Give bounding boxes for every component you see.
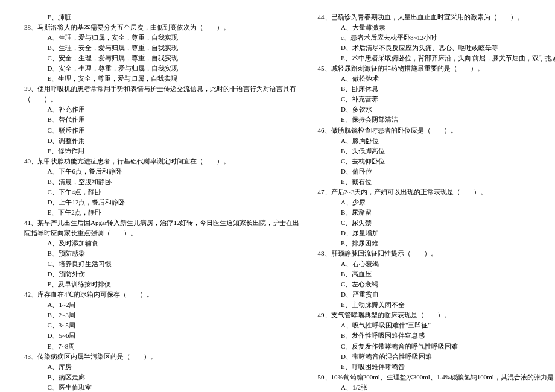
q48-opt-c: C、左心衰竭 [318,279,556,289]
q40-stem: 40、某甲状腺功能亢进症患者，行基础代谢率测定时间宜在（ ）。 [24,156,300,166]
q45-opt-d: D、多饮水 [318,104,556,115]
q49-opt-b: B、发作性呼吸困难伴窒息感 [318,330,556,341]
q48-opt-b: B、高血压 [318,269,556,279]
q41-opt-d: D、预防外伤 [24,269,300,279]
q43-stem: 43、传染病病区内属半污染区的是（ ）。 [24,352,300,362]
q44-opt-c: c、患者术后应去枕平卧8~12小时 [318,33,556,43]
q39-opt-d: D、调整作用 [24,136,300,146]
q46-stem: 46、做膀胱镜检查时患者的卧位应是（ ）。 [318,125,556,136]
q41-opt-b: B、预防感染 [24,248,300,259]
q42-opt-e: E、7~8周 [24,341,300,352]
q47-stem: 47、产后2~3天内，产妇可以出现的正常表现是（ ）。 [318,187,556,197]
q44-opt-a: A、大量雌激素 [318,22,556,33]
q39-opt-a: A、补充作用 [24,104,300,115]
q46-opt-b: B、头低脚高位 [318,146,556,156]
q42-opt-a: A、1~2周 [24,300,300,310]
q38-opt-c: C、安全，生理，爱与归属，尊重，自我实现 [24,53,300,63]
q50-opt-a: A、1/2张 [318,382,556,392]
q38-opt-d: D、安全，生理，尊重，爱与归属，自我实现 [24,63,300,74]
q40-opt-b: B、清晨，空腹和静卧 [24,177,300,187]
q49-opt-a: A、吸气性呼吸困难伴"三凹征" [318,320,556,330]
q41-opt-a: A、及时添加辅食 [24,238,300,248]
q41-stem1: 41、某早产儿出生后因Apgar转入新生儿病房，治疗12好转，今日医生通知家长出… [24,218,300,228]
left-column: E、肺脏 38、马斯洛将人的基本需要分为五个层次，由低到高依次为（ ）。 A、生… [24,12,300,392]
q46-opt-d: D、俯卧位 [318,166,556,177]
q39-opt-b: B、替代作用 [24,115,300,125]
q38-opt-b: B、生理，安全，爱与归属，尊重，自我实现 [24,43,300,53]
q45-opt-e: E、保持会阴部清洁 [318,115,556,125]
q44-opt-d: D、术后清尽不良反应应为头痛、恶心、呕吐或眩晕等 [318,43,556,53]
q47-opt-b: B、尿潴留 [318,207,556,218]
q46-opt-c: C、去枕仰卧位 [318,156,556,166]
q41-opt-e: E、及早训练按时排便 [24,279,300,289]
q41-stem2: 院指导时应向家长重点强调（ ）。 [24,228,300,238]
q49-opt-d: D、带哮鸣音的混合性呼吸困难 [318,352,556,362]
q48-opt-d: D、严重贫血 [318,289,556,300]
q40-opt-c: C、下午4点，静卧 [24,187,300,197]
q39-stem2: （ ）。 [24,94,300,104]
q39-opt-e: E、修饰作用 [24,146,300,156]
q47-opt-d: D、尿量增加 [318,228,556,238]
q42-opt-d: D、5~6周 [24,330,300,341]
q48-opt-e: E、主动脉瓣关闭不全 [318,300,556,310]
q48-stem: 48、肝颈静脉回流征阳性提示（ ）。 [318,248,556,259]
q44-stem: 44、已确诊为青春期功血，大量出血止血时宜采用的激素为（ ）。 [318,12,556,22]
q46-opt-e: E、截石位 [318,177,556,187]
q49-stem: 49、支气管哮喘典型的临床表现是（ ）。 [318,310,556,320]
q47-opt-c: C、尿失禁 [318,218,556,228]
q40-opt-d: D、上午12点，餐后和静卧 [24,197,300,207]
right-column: 44、已确诊为青春期功血，大量出血止血时宜采用的激素为（ ）。 A、大量雌激素 … [318,12,556,392]
q49-opt-e: E、呼吸困难伴哮鸣音 [318,362,556,372]
q49-opt-c: C、反复发作带哮鸣音的呼气性呼吸困难 [318,341,556,352]
q38-opt-a: A、生理，爱与归属，安全，尊重，自我实现 [24,33,300,43]
q43-opt-b: B、病区走廊 [24,372,300,382]
q40-opt-e: E、下午2点，静卧 [24,207,300,218]
q39-stem: 39、使用呼吸机的患者常常用手势和表情与护士传递交流信息，此时的非语言行为对语言… [24,84,300,94]
q38-stem: 38、马斯洛将人的基本需要分为五个层次，由低到高依次为（ ）。 [24,22,300,33]
q46-opt-a: A、膝胸卧位 [318,136,556,146]
q45-opt-c: C、补充营养 [318,94,556,104]
q43-opt-c: C、医生值班室 [24,382,300,392]
q42-stem: 42、库存血在4℃的冰箱内可保存（ ）。 [24,289,300,300]
q45-stem: 45、减轻尿路刺激征的非药物措施最重要的是（ ）。 [318,63,556,74]
q38-opt-e: E、生理，安全，尊重，爱与归属，自我实现 [24,74,300,84]
q41-opt-c: C、培养良好生活习惯 [24,259,300,269]
q47-opt-e: E、排尿困难 [318,238,556,248]
q43-opt-a: A、库房 [24,362,300,372]
q48-opt-a: A、右心衰竭 [318,259,556,269]
two-column-layout: E、肺脏 38、马斯洛将人的基本需要分为五个层次，由低到高依次为（ ）。 A、生… [24,12,531,392]
q42-opt-c: C、3~5周 [24,320,300,330]
q45-opt-b: B、卧床休息 [318,84,556,94]
q40-opt-a: A、下午6点，餐后和静卧 [24,166,300,177]
q45-opt-a: A、做松弛术 [318,74,556,84]
q42-opt-b: B、2~3周 [24,310,300,320]
q50-stem: 50、10%葡萄糖200ml、生理盐水300ml、1.4%碳酸氢钠100ml，其… [318,372,556,382]
q44-opt-e: E、术中患者采取俯卧位，背部齐床沿，头向 前屈，膝关节屈曲，双手抱紧膝部的姿势 [318,53,556,63]
q37-option-e: E、肺脏 [24,12,300,22]
q47-opt-a: A、少尿 [318,197,556,207]
q39-opt-c: C、驳斥作用 [24,125,300,136]
